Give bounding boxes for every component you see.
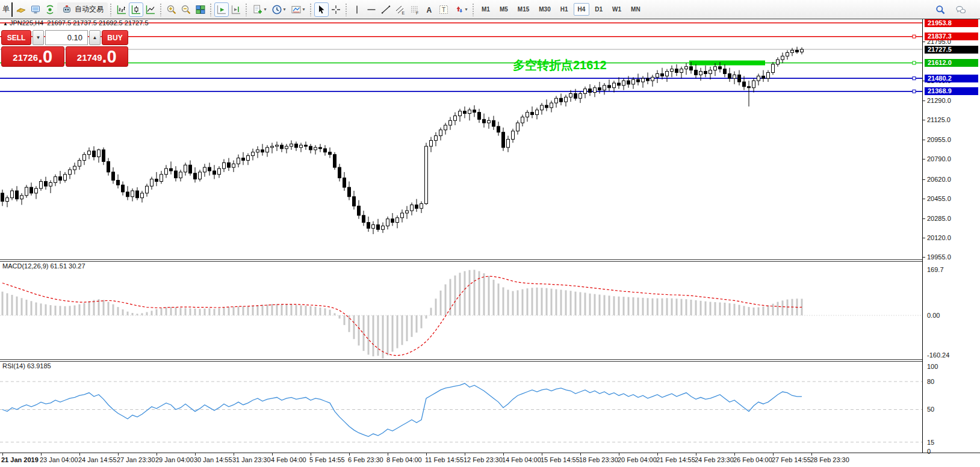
candle-body	[521, 117, 524, 123]
candle-body	[170, 169, 173, 171]
candle-body	[439, 130, 442, 136]
line-handle[interactable]	[913, 35, 916, 38]
timeframe-button-h4[interactable]: H4	[574, 3, 590, 16]
candle-body	[637, 79, 640, 82]
crosshair-icon[interactable]	[329, 2, 343, 17]
volume-decrease-button[interactable]: ▼	[33, 30, 44, 45]
timeframe-button-w1[interactable]: W1	[608, 3, 625, 16]
new-chart-icon[interactable]: ▾	[250, 2, 269, 17]
candle-body	[579, 94, 582, 99]
vertical-line-icon[interactable]	[350, 2, 364, 17]
price-tick-label: 19955.0	[927, 253, 951, 261]
time-axis[interactable]: 21 Jan 201923 Jan 04:0024 Jan 14:5527 Ja…	[0, 453, 980, 467]
candle-body	[781, 56, 784, 60]
candle-chart-icon[interactable]	[129, 2, 143, 17]
candle-body	[690, 67, 693, 70]
search-icon[interactable]	[933, 2, 947, 17]
auto-scroll-icon[interactable]	[214, 2, 229, 17]
macd-indicator-canvas[interactable]	[0, 262, 922, 359]
time-axis-tick	[580, 453, 581, 456]
zoom-in-icon[interactable]	[164, 2, 179, 17]
candle-body	[64, 175, 67, 181]
price-axis[interactable]: ▲ 21795.021460.021290.021125.020955.0207…	[922, 19, 980, 453]
timeframe-button-m15[interactable]: M15	[513, 3, 533, 16]
candle-body	[627, 81, 630, 84]
equidistant-channel-icon[interactable]	[393, 2, 408, 17]
zoom-out-icon[interactable]	[179, 2, 193, 17]
rsi-tick-label: 80	[927, 378, 934, 385]
rsi-indicator-canvas[interactable]	[0, 362, 922, 453]
candle-body	[435, 136, 438, 141]
time-axis-label: 18 Feb 23:30	[579, 456, 618, 463]
fibonacci-icon[interactable]	[408, 2, 422, 17]
candle-body	[709, 70, 712, 74]
cursor-icon[interactable]	[314, 2, 329, 17]
axis-tick	[923, 120, 925, 120]
line-handle[interactable]	[913, 77, 916, 80]
candle-body	[353, 197, 356, 206]
time-axis-label: 27 Feb 14:55	[772, 456, 811, 463]
tile-windows-icon[interactable]	[193, 2, 208, 17]
line-handle[interactable]	[913, 90, 916, 93]
buy-price-display[interactable]: 21749.0	[66, 46, 129, 67]
candle-body	[88, 151, 91, 155]
candle-body	[454, 116, 457, 120]
line-handle[interactable]	[913, 61, 916, 64]
arrows-icon[interactable]: ▾	[451, 2, 470, 17]
timeframe-button-m1[interactable]: M1	[477, 3, 494, 16]
autotrading-button[interactable]: 自动交易	[57, 2, 108, 17]
timeframe-button-d1[interactable]: D1	[591, 3, 607, 16]
text-label-icon[interactable]	[436, 2, 451, 17]
candle-body	[69, 170, 72, 175]
timeframe-button-mn[interactable]: MN	[627, 3, 645, 16]
chat-icon[interactable]	[954, 2, 968, 17]
price-badge: 21368.9	[925, 87, 978, 95]
candle-body	[136, 191, 139, 198]
time-axis-tick	[619, 453, 619, 456]
time-axis-tick	[41, 453, 42, 456]
volume-increase-button[interactable]: ▲	[89, 30, 101, 45]
support-resistance-zone[interactable]	[689, 61, 765, 66]
trendline-icon[interactable]	[379, 2, 393, 17]
buy-price-main: 21749	[77, 51, 102, 65]
candle-body	[791, 51, 794, 53]
candle-body	[699, 72, 702, 75]
time-axis-label: 11 Feb 14:55	[425, 456, 464, 463]
candle-body	[122, 185, 125, 192]
text-icon[interactable]	[422, 2, 436, 17]
expand-arrow-icon[interactable]: ▲	[3, 21, 8, 26]
macd-tick-label: 169.7	[927, 266, 944, 273]
timeframe-button-h1[interactable]: H1	[556, 3, 572, 16]
main-chart-canvas[interactable]: 多空转折点21612	[0, 20, 922, 259]
new-order-partial-button[interactable]: 单	[2, 2, 13, 17]
pane-separator[interactable]	[0, 259, 980, 262]
candle-body	[228, 162, 231, 167]
signals-icon[interactable]	[43, 2, 57, 17]
terminal-icon[interactable]	[28, 2, 43, 17]
periods-icon[interactable]: ▾	[269, 2, 288, 17]
timeframe-button-m5[interactable]: M5	[495, 3, 512, 16]
candle-body	[560, 98, 563, 102]
bar-chart-icon[interactable]	[114, 2, 129, 17]
candle-body	[488, 120, 491, 123]
candle-body	[208, 167, 211, 171]
pane-separator[interactable]	[0, 359, 980, 362]
chart-shift-icon[interactable]	[229, 2, 243, 17]
price-badge: 21953.8	[925, 19, 978, 27]
line-chart-icon[interactable]	[143, 2, 158, 17]
volume-input[interactable]	[45, 30, 88, 45]
candle-body	[78, 160, 81, 166]
time-axis-tick	[388, 453, 388, 456]
sell-button[interactable]: SELL	[1, 30, 31, 45]
templates-icon[interactable]: ▾	[288, 2, 308, 17]
timeframe-button-m30[interactable]: M30	[535, 3, 554, 16]
sell-price-display[interactable]: 21726.0	[1, 46, 64, 67]
order-gold-icon[interactable]	[14, 2, 28, 17]
candle-body	[358, 206, 361, 215]
time-axis-tick	[465, 453, 465, 456]
candle-body	[203, 167, 206, 172]
buy-button[interactable]: BUY	[102, 30, 128, 45]
candle-body	[786, 52, 789, 56]
horizontal-line-icon[interactable]	[364, 2, 379, 17]
candle-body	[391, 219, 394, 223]
